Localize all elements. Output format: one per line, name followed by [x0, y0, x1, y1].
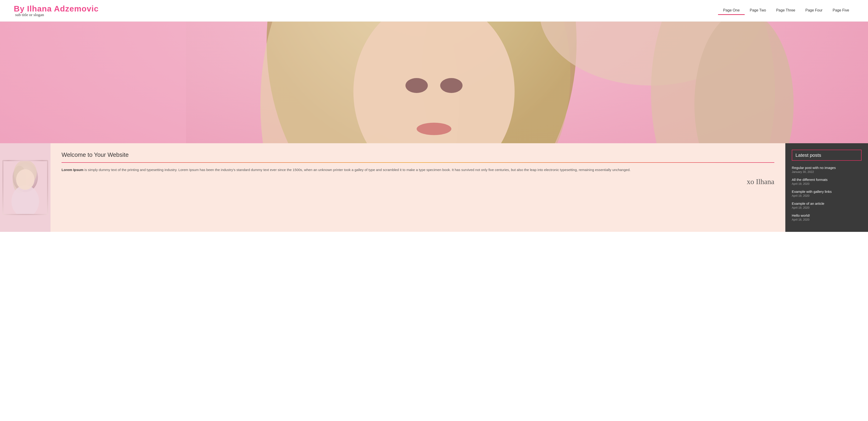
sidebar: Latest posts Regular post with no images… — [785, 143, 868, 232]
post-title-1: Regular post with no images — [792, 166, 862, 170]
main-content: Welcome to Your Website Lorem Ipsum is s… — [0, 143, 868, 232]
site-main-title: By Ilhana Adzemovic — [14, 4, 99, 13]
svg-point-12 — [416, 123, 451, 135]
center-panel: Welcome to Your Website Lorem Ipsum is s… — [51, 143, 785, 232]
divider — [62, 162, 774, 163]
sidebar-heading: Latest posts — [792, 150, 862, 161]
sidebar-post-2[interactable]: All the different formats April 19, 2020 — [792, 178, 862, 186]
left-figure-svg — [3, 161, 47, 214]
svg-point-8 — [694, 22, 794, 143]
post-date-1: January 30, 2022 — [792, 170, 862, 173]
sidebar-post-5[interactable]: Hello world! April 18, 2020 — [792, 214, 862, 221]
post-title-3: Example with gallery links — [792, 190, 862, 194]
hero-image — [0, 22, 868, 143]
nav-page-four[interactable]: Page Four — [800, 6, 828, 15]
lorem-text: is simply dummy text of the printing and… — [83, 168, 630, 172]
nav-page-five[interactable]: Page Five — [828, 6, 854, 15]
nav-page-one[interactable]: Page One — [718, 6, 745, 15]
site-subtitle: sub title or slogan — [14, 12, 99, 17]
site-header: By Ilhana Adzemovic sub title or slogan … — [0, 0, 868, 22]
post-title-5: Hello world! — [792, 214, 862, 217]
sidebar-post-3[interactable]: Example with gallery links April 19, 202… — [792, 190, 862, 197]
hero-section — [0, 22, 868, 143]
post-date-4: April 19, 2020 — [792, 206, 862, 209]
left-figure — [2, 160, 48, 215]
svg-point-18 — [16, 169, 34, 190]
welcome-body: Lorem Ipsum is simply dummy text of the … — [62, 167, 774, 173]
svg-point-10 — [405, 78, 428, 93]
nav-page-three[interactable]: Page Three — [771, 6, 800, 15]
site-logo: By Ilhana Adzemovic sub title or slogan — [14, 4, 99, 17]
signature: xo Ilhana — [62, 177, 774, 186]
post-date-5: April 18, 2020 — [792, 218, 862, 221]
welcome-heading: Welcome to Your Website — [62, 152, 774, 158]
svg-rect-9 — [0, 22, 186, 143]
post-title-4: Example of an article — [792, 201, 862, 205]
post-date-2: April 19, 2020 — [792, 182, 862, 186]
sidebar-post-4[interactable]: Example of an article April 19, 2020 — [792, 201, 862, 209]
hero-svg — [0, 22, 868, 143]
lorem-bold: Lorem Ipsum — [62, 168, 83, 172]
sidebar-post-1[interactable]: Regular post with no images January 30, … — [792, 166, 862, 173]
post-title-2: All the different formats — [792, 178, 862, 182]
nav-page-two[interactable]: Page Two — [745, 6, 771, 15]
post-date-3: April 19, 2020 — [792, 194, 862, 197]
left-image-panel — [0, 143, 51, 232]
svg-point-11 — [440, 78, 463, 93]
main-nav: Page One Page Two Page Three Page Four P… — [718, 6, 854, 15]
